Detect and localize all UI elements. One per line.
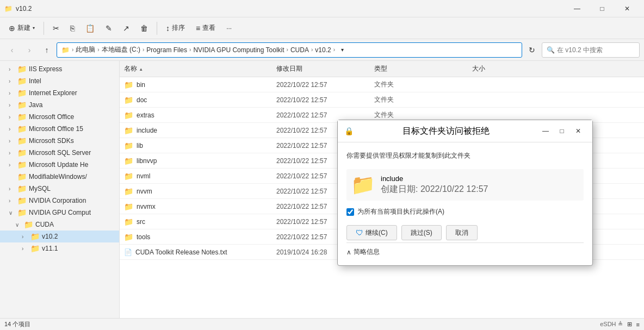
- dialog-checkbox-row: 为所有当前项目执行此操作(A): [346, 207, 584, 216]
- share-button[interactable]: ↗: [119, 20, 134, 37]
- header-date[interactable]: 修改日期: [272, 61, 370, 77]
- view-icon: ≡: [196, 24, 200, 33]
- delete-button[interactable]: 🗑: [136, 20, 152, 37]
- breadcrumb-drive[interactable]: 本地磁盘 (C:): [102, 45, 140, 54]
- sidebar-item-msoffice15[interactable]: › 📁 Microsoft Office 15: [0, 123, 119, 135]
- table-row[interactable]: 📁doc 2022/10/22 12:57 文件夹: [120, 92, 644, 108]
- sidebar-label: MySQL: [29, 185, 51, 192]
- sidebar-label: v11.1: [42, 245, 58, 252]
- dialog-minimize-button[interactable]: —: [538, 124, 553, 138]
- breadcrumb[interactable]: 📁 › 此电脑 › 本地磁盘 (C:) › Program Files › NV…: [57, 42, 522, 58]
- sidebar-item-intel[interactable]: › 📁 Intel: [0, 75, 119, 87]
- sort-icon: ↕: [166, 24, 170, 33]
- breadcrumb-this-pc[interactable]: 此电脑: [76, 45, 95, 54]
- sidebar-item-java[interactable]: › 📁 Java: [0, 99, 119, 111]
- breadcrumb-arrow-4: ›: [287, 47, 288, 53]
- minimize-button[interactable]: —: [565, 0, 590, 17]
- sidebar-item-nvidia-corp[interactable]: › 📁 NVIDIA Corporation: [0, 195, 119, 207]
- skip-button[interactable]: 跳过(S): [401, 225, 442, 240]
- header-name[interactable]: 名称 ▲: [120, 61, 272, 77]
- breadcrumb-version[interactable]: v10.2: [315, 46, 331, 54]
- rename-button[interactable]: ✎: [101, 20, 116, 37]
- apply-all-checkbox[interactable]: [346, 208, 354, 216]
- continue-button[interactable]: 🛡 继续(C): [346, 225, 397, 240]
- sidebar-item-iis[interactable]: › 📁 IIS Express: [0, 63, 119, 75]
- sidebar-item-ie[interactable]: › 📁 Internet Explorer: [0, 87, 119, 99]
- expand-icon: ›: [9, 150, 15, 156]
- copy-button[interactable]: ⎘: [66, 20, 79, 37]
- folder-icon: 📁: [17, 148, 27, 157]
- sidebar-item-v102[interactable]: › 📁 v10.2: [0, 231, 119, 242]
- title-bar: 📁 v10.2 — □ ✕: [0, 0, 644, 17]
- close-button[interactable]: ✕: [615, 0, 640, 17]
- header-type[interactable]: 类型: [370, 61, 435, 77]
- dialog-maximize-button[interactable]: □: [554, 124, 569, 138]
- paste-button[interactable]: 📋: [81, 20, 99, 37]
- dialog-title-text: 目标文件夹访问被拒绝: [403, 126, 490, 137]
- search-input[interactable]: [557, 46, 635, 54]
- dialog-close-button[interactable]: ✕: [571, 124, 586, 138]
- folder-icon: 📁: [17, 160, 27, 169]
- folder-icon: 📁: [124, 96, 133, 104]
- view-list-icon[interactable]: ≡: [636, 321, 640, 328]
- breadcrumb-icon: 📁: [61, 46, 70, 54]
- breadcrumb-cuda[interactable]: CUDA: [290, 46, 309, 54]
- rename-icon: ✎: [106, 24, 112, 33]
- expand-icon: ›: [9, 90, 15, 96]
- sidebar-item-mysql[interactable]: › 📁 MySQL: [0, 183, 119, 195]
- sidebar-item-nvidia-gpu[interactable]: ∨ 📁 NVIDIA GPU Comput: [0, 207, 119, 219]
- maximize-button[interactable]: □: [590, 0, 615, 17]
- collapse-chevron-icon: ∧: [346, 248, 351, 256]
- cut-button[interactable]: ✂: [48, 20, 64, 37]
- status-bar: 14 个项目 eSDH ≜ ⊞ ≡: [0, 318, 644, 330]
- folder-icon: 📁: [30, 232, 40, 241]
- cancel-button[interactable]: 取消: [446, 225, 478, 240]
- more-button[interactable]: ···: [222, 20, 236, 37]
- sidebar-label: NVIDIA Corporation: [29, 197, 86, 204]
- separator-2: [157, 22, 157, 35]
- sidebar-item-cuda[interactable]: ∨ 📁 CUDA: [0, 219, 119, 231]
- refresh-button[interactable]: ↻: [524, 42, 540, 58]
- table-row[interactable]: 📁bin 2022/10/22 12:57 文件夹: [120, 77, 644, 92]
- breadcrumb-program-files[interactable]: Program Files: [146, 46, 187, 54]
- paste-icon: 📋: [85, 24, 95, 33]
- sidebar-item-mssql[interactable]: › 📁 Microsoft SQL Server: [0, 147, 119, 159]
- expand-icon: ›: [9, 138, 15, 144]
- folder-icon: 📁: [17, 196, 27, 205]
- breadcrumb-nvidia[interactable]: NVIDIA GPU Computing Toolkit: [193, 46, 284, 54]
- breadcrumb-arrow-3: ›: [189, 47, 191, 53]
- expand-icon: ∨: [9, 210, 15, 216]
- new-button[interactable]: ⊕ 新建 ▾: [4, 20, 39, 37]
- eSDH-label: eSDH ≜: [600, 321, 622, 328]
- sidebar-label: Microsoft SQL Server: [29, 149, 91, 157]
- folder-icon: 📁: [17, 172, 27, 181]
- new-chevron-icon: ▾: [33, 26, 35, 30]
- sidebar-label: IIS Express: [29, 65, 62, 73]
- sidebar-item-modifiable[interactable]: 📁 ModifiableWindows/: [0, 171, 119, 183]
- breadcrumb-expand-button[interactable]: ▾: [337, 42, 348, 58]
- forward-button[interactable]: ›: [22, 42, 37, 58]
- sidebar-item-v111[interactable]: › 📁 v11.1: [0, 242, 119, 254]
- expand-icon: ›: [9, 66, 15, 72]
- folder-icon: 📁: [124, 80, 133, 89]
- sidebar-item-msoffice[interactable]: › 📁 Microsoft Office: [0, 111, 119, 123]
- dialog-collapse-button[interactable]: ∧ 简略信息: [346, 242, 584, 257]
- folder-icon: 📁: [124, 126, 133, 135]
- shield-icon: 🛡: [356, 228, 363, 237]
- view-button[interactable]: ≡ 查看: [191, 20, 220, 37]
- view-grid-icon[interactable]: ⊞: [627, 321, 632, 328]
- folder-icon: 📁: [17, 113, 27, 121]
- back-button[interactable]: ‹: [4, 42, 20, 58]
- sort-button[interactable]: ↕ 排序: [162, 20, 189, 37]
- folder-icon-title: 📁: [4, 5, 13, 13]
- sidebar-item-mssdk[interactable]: › 📁 Microsoft SDKs: [0, 135, 119, 147]
- header-size[interactable]: 大小: [435, 61, 490, 77]
- up-button[interactable]: ↑: [39, 42, 54, 58]
- cut-icon: ✂: [53, 24, 59, 33]
- dialog-folder-name: include: [381, 175, 488, 183]
- new-icon: ⊕: [9, 24, 15, 33]
- share-icon: ↗: [123, 24, 129, 33]
- sidebar-item-msupdate[interactable]: › 📁 Microsoft Update He: [0, 159, 119, 171]
- dialog-content: 你需要提供管理员权限才能复制到此文件夹 📁 include 创建日期: 2022…: [338, 142, 592, 265]
- search-box[interactable]: 🔍: [542, 42, 640, 58]
